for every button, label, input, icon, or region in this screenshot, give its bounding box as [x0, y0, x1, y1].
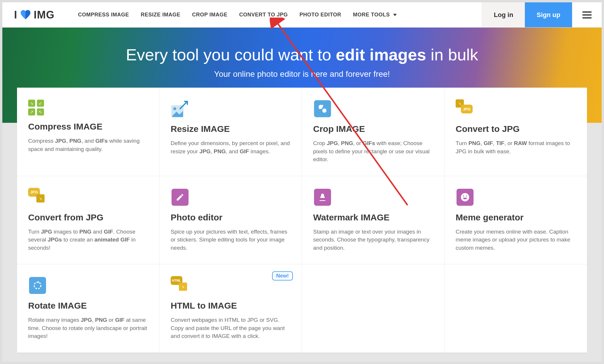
menu-button[interactable]: [572, 2, 602, 27]
tool-desc: Turn PNG, GIF, TIF, or RAW format images…: [456, 139, 576, 155]
hero-subtitle: Your online photo editor is here and for…: [2, 69, 602, 79]
rotate-icon: [28, 276, 47, 295]
watermark-icon: [313, 188, 332, 207]
tool-desc: Create your memes online with ease. Capt…: [456, 228, 576, 252]
svg-point-5: [461, 193, 469, 201]
hero-title-lead: Every tool you could want to: [126, 45, 336, 64]
tool-compress[interactable]: ↘ ↙ ↗ ↖ Compress IMAGE Compress JPG, PNG…: [17, 88, 160, 176]
html-to-image-icon: HTML ↘: [171, 276, 189, 295]
tool-desc: Crop JPG, PNG, or GIFs with ease; Choose…: [313, 139, 433, 164]
convert-to-jpg-icon: ↘ JPG: [456, 99, 474, 118]
tool-fromjpg[interactable]: JPG ↘ Convert from JPG Turn JPG images t…: [17, 176, 160, 264]
meme-icon: [456, 188, 474, 207]
editor-icon: [171, 188, 189, 207]
tool-desc: Define your dimensions, by percent or pi…: [171, 139, 291, 155]
tool-desc: Spice up your pictures with text, effect…: [171, 228, 291, 252]
tool-rotate[interactable]: Rotate IMAGE Rotate many images JPG, PNG…: [17, 264, 160, 353]
svg-point-3: [322, 108, 326, 113]
signup-button[interactable]: Sign up: [525, 2, 572, 27]
svg-point-8: [34, 282, 41, 289]
nav-more[interactable]: MORE TOOLS: [353, 12, 397, 18]
nav-compress[interactable]: COMPRESS IMAGE: [78, 12, 129, 18]
nav-more-label: MORE TOOLS: [353, 12, 390, 18]
tool-empty: [444, 264, 587, 353]
tool-title: Resize IMAGE: [171, 124, 291, 134]
nav-editor[interactable]: PHOTO EDITOR: [299, 12, 341, 18]
nav-convert[interactable]: CONVERT TO JPG: [239, 12, 288, 18]
new-badge: New!: [272, 271, 293, 280]
logo[interactable]: I IMG: [2, 9, 66, 21]
caret-down-icon: [393, 14, 397, 16]
nav-right: Log in Sign up: [482, 2, 602, 27]
nav-resize[interactable]: RESIZE IMAGE: [141, 12, 180, 18]
hero-title-bold: edit images: [336, 45, 426, 64]
login-button[interactable]: Log in: [482, 2, 525, 27]
nav-links: COMPRESS IMAGE RESIZE IMAGE CROP IMAGE C…: [78, 12, 397, 18]
tool-tojpg[interactable]: ↘ JPG Convert to JPG Turn PNG, GIF, TIF,…: [444, 88, 587, 176]
nav-crop[interactable]: CROP IMAGE: [192, 12, 228, 18]
tool-title: Photo editor: [171, 212, 291, 222]
tool-desc: Convert webpages in HTML to JPG or SVG. …: [171, 316, 291, 340]
tool-desc: Compress JPG, PNG, and GIFs while saving…: [28, 137, 148, 153]
tool-title: Rotate IMAGE: [28, 301, 148, 311]
tool-resize[interactable]: Resize IMAGE Define your dimensions, by …: [160, 88, 302, 176]
compress-icon: ↘ ↙ ↗ ↖: [28, 99, 45, 116]
tool-title: Meme generator: [456, 212, 576, 222]
tool-desc: Stamp an image or text over your images …: [313, 228, 433, 252]
logo-text-prefix: I: [14, 9, 17, 21]
tool-title: Compress IMAGE: [28, 122, 148, 132]
svg-rect-7: [466, 195, 467, 196]
hero-title-tail: in bulk: [426, 45, 478, 64]
hero-title: Every tool you could want to edit images…: [2, 45, 602, 64]
tool-crop[interactable]: Crop IMAGE Crop JPG, PNG, or GIFs with e…: [302, 88, 444, 176]
tool-editor[interactable]: Photo editor Spice up your pictures with…: [160, 176, 302, 264]
tool-title: Watermark IMAGE: [313, 212, 433, 222]
tool-watermark[interactable]: Watermark IMAGE Stamp an image or text o…: [302, 176, 444, 264]
svg-rect-6: [463, 195, 464, 196]
tool-title: Crop IMAGE: [313, 124, 433, 134]
heart-icon: [20, 9, 31, 21]
tool-empty: [302, 264, 444, 353]
svg-point-1: [173, 107, 176, 110]
logo-text-suffix: IMG: [34, 9, 55, 21]
tool-desc: Rotate many images JPG, PNG or GIF at sa…: [28, 316, 148, 340]
navbar: I IMG COMPRESS IMAGE RESIZE IMAGE CROP I…: [2, 2, 602, 28]
tool-html[interactable]: New! HTML ↘ HTML to IMAGE Convert webpag…: [160, 264, 302, 353]
tool-desc: Turn JPG images to PNG and GIF. Choose s…: [28, 228, 148, 252]
convert-from-jpg-icon: JPG ↘: [28, 188, 47, 207]
crop-icon: [313, 99, 332, 118]
tools-grid: ↘ ↙ ↗ ↖ Compress IMAGE Compress JPG, PNG…: [17, 88, 587, 353]
tool-title: Convert to JPG: [456, 124, 576, 134]
hamburger-icon: [582, 11, 592, 18]
tool-title: HTML to IMAGE: [171, 301, 291, 311]
resize-icon: [171, 99, 189, 118]
tool-meme[interactable]: Meme generator Create your memes online …: [444, 176, 587, 264]
tool-title: Convert from JPG: [28, 212, 148, 222]
